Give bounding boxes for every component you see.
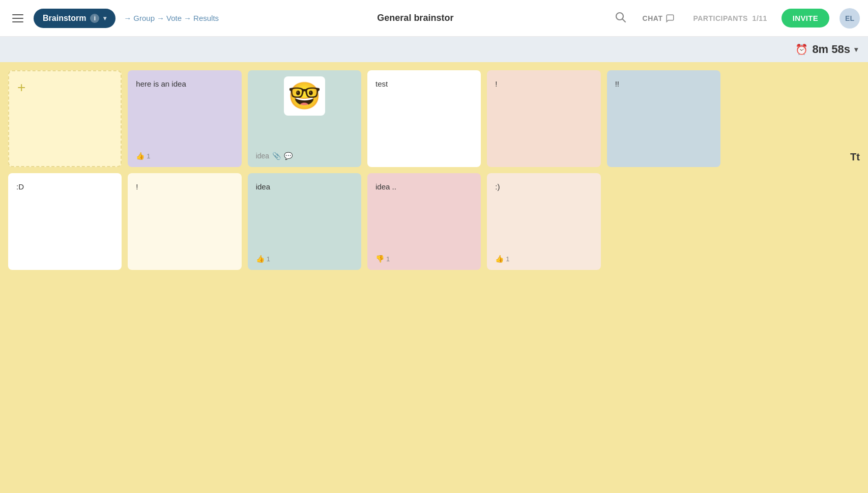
idea-card-2[interactable]: idea 👍 1 [248,173,361,270]
card-text: here is an idea [136,78,233,89]
chat-button[interactable]: CHAT [639,12,679,25]
card-text: :) [495,181,592,192]
exclaim-card-1[interactable]: ! [487,70,600,167]
vote-count: 1 [386,255,390,263]
chat-icon [666,14,675,23]
idea-card-1[interactable]: here is an idea 👍 1 [128,70,241,167]
card-votes: 👍 1 [495,255,509,263]
arrow-icon: → [124,14,131,22]
participants-count: 1/11 [753,14,767,22]
avatar-initials: EL [845,14,854,22]
timer-value: 8m 58s [812,43,850,56]
vote-count: 1 [267,255,270,263]
timer-icon: ⏰ [795,43,808,56]
arrow-icon: → [157,14,164,22]
hamburger-menu-button[interactable] [8,10,27,26]
user-avatar-button[interactable]: EL [840,8,860,29]
card-text: test [375,78,473,89]
timer-bar: ⏰ 8m 58s ▾ [0,37,868,62]
card-votes: 👍 1 [136,152,150,160]
header-actions: CHAT PARTICIPANTS 1/11 INVITE EL [612,8,860,29]
workflow-group[interactable]: Group [133,14,155,22]
emoji-face: 🤓 [288,81,321,111]
brainstorm-canvas: Tt + here is an idea 👍 1 🤓 idea 📎 [0,62,868,493]
smiley-card[interactable]: :D [8,173,122,270]
card-text: idea .. [375,181,473,192]
add-card-button[interactable]: + [8,70,122,167]
add-card-icon: + [17,79,25,96]
app-header: Brainstorm i ▾ → Group → Vote → Results … [0,0,868,37]
font-size-button[interactable]: Tt [850,151,860,163]
cards-row-1: + here is an idea 👍 1 🤓 idea 📎 💬 [8,70,720,167]
search-button[interactable] [612,9,628,28]
brainstorm-label: Brainstorm [43,14,86,23]
vote-count: 1 [147,152,150,160]
thumbup-icon: 👍 [256,255,265,263]
workflow-steps: → Group → Vote → Results [122,14,219,22]
thumbup-icon: 👍 [495,255,504,263]
emoji-wrapper: 🤓 [284,76,325,116]
card-label-text: idea [256,152,269,160]
test-card[interactable]: test [367,70,481,167]
hamburger-line [12,21,23,22]
chevron-down-icon: ▾ [103,15,106,22]
svg-line-1 [622,19,625,22]
workflow-vote[interactable]: Vote [166,14,182,22]
double-exclaim-card[interactable]: !! [607,70,720,167]
card-text: :D [16,181,113,192]
exclaim-card-2[interactable]: ! [128,173,241,270]
participants-label: PARTICIPANTS [693,14,747,22]
timer-chevron-icon: ▾ [854,45,858,53]
hamburger-line [12,14,23,15]
chat-label: CHAT [643,14,663,22]
card-text: idea [256,181,353,192]
vote-count: 1 [506,255,509,263]
card-text: !! [615,78,712,89]
thumbdown-icon: 👎 [375,255,384,263]
participants-button[interactable]: PARTICIPANTS 1/11 [689,12,771,24]
hamburger-line [12,18,23,19]
brainstorm-stage-button[interactable]: Brainstorm i ▾ [34,9,115,28]
info-icon: i [90,14,99,23]
timer-display[interactable]: ⏰ 8m 58s ▾ [795,43,858,56]
card-text: ! [495,78,592,89]
card-text: ! [136,181,233,192]
thumbup-icon: 👍 [136,152,144,160]
workflow-results[interactable]: Results [193,14,219,22]
idea-card-3[interactable]: idea .. 👎 1 [367,173,481,270]
wink-card[interactable]: :) 👍 1 [487,173,600,270]
card-label-area: idea 📎 💬 [256,152,293,160]
card-emoji-area: 🤓 [284,76,325,120]
session-title: General brainstor [225,13,605,23]
search-icon [614,11,626,23]
idea-card-emoji[interactable]: 🤓 idea 📎 💬 [248,70,361,167]
invite-button[interactable]: INVITE [782,9,829,28]
cards-row-2: :D ! idea 👍 1 idea .. 👎 1 :) 👍 [8,173,720,270]
comment-icon: 💬 [284,152,293,160]
card-votes: 👍 1 [256,255,270,263]
card-votes: 👎 1 [375,255,390,263]
attachment-icon: 📎 [272,152,281,160]
arrow-icon: → [184,14,191,22]
